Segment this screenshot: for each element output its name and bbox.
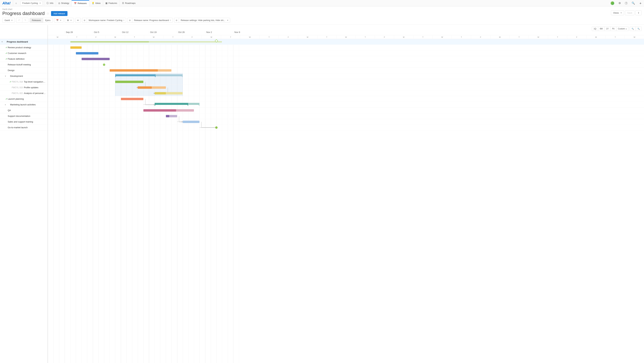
add-button[interactable]: ＋: [637, 0, 644, 6]
share-button[interactable]: ⇪: [636, 11, 642, 15]
redo-button[interactable]: ↷: [22, 18, 28, 23]
filter-button[interactable]: ▾: [76, 18, 80, 23]
nav-strategy[interactable]: ◎Strategy: [56, 0, 72, 6]
filter-settings[interactable]: ⊗ Release settings: Hide parking lots, H…: [174, 18, 230, 23]
logo: Aha!: [0, 1, 13, 5]
search-button[interactable]: 🔍: [630, 0, 637, 6]
nav-info[interactable]: ⓘInfo: [44, 0, 56, 6]
save-button: Save: [625, 11, 634, 15]
undo-icon: ↶: [18, 19, 20, 22]
nav-releases[interactable]: 📅Releases: [72, 0, 89, 6]
info-icon: ⓘ: [46, 2, 49, 5]
tab-epics[interactable]: Epics: [43, 18, 52, 23]
page-title: Progress dashboard: [2, 11, 45, 16]
calendar-icon: 📅: [56, 19, 58, 21]
calendar-icon: 📅: [74, 2, 76, 5]
filter-workspace[interactable]: ⊗ Workspace name: Fredwin Cycling▲▼: [82, 18, 126, 23]
workspace-dropdown[interactable]: Fredwin Cycling: [20, 1, 43, 6]
roadmap-icon: ☰: [122, 2, 124, 4]
avatar[interactable]: [608, 0, 616, 6]
breadcrumb[interactable]: Gantt chart: [2, 8, 642, 11]
grid-icon: ▦: [106, 2, 108, 4]
favorite-star-icon[interactable]: ☆: [46, 12, 49, 16]
filter-release[interactable]: ⊗ Release name: Progress dashboard▲▼: [128, 18, 173, 23]
nav-features[interactable]: ▦Features: [103, 0, 119, 6]
top-navigation: Aha! ⌂ Fredwin Cycling ⓘInfo ◎Strategy 📅…: [0, 0, 644, 7]
undo-button[interactable]: ↶: [16, 18, 22, 23]
home-icon: ⌂: [16, 2, 17, 4]
views-dropdown[interactable]: Views: [611, 11, 624, 15]
chevron-down-icon: [40, 3, 41, 4]
target-icon: ◎: [58, 2, 60, 4]
sort-icon: ▲▼: [123, 20, 124, 21]
sort-icon: ▲▼: [170, 20, 171, 21]
chevron-down-icon: [620, 13, 622, 13]
redo-icon: ↷: [24, 19, 26, 22]
gantt-dropdown[interactable]: Gantt: [2, 18, 14, 23]
add-release-button[interactable]: Add release: [51, 11, 67, 16]
nav-roadmaps[interactable]: ☰Roadmaps: [120, 0, 138, 6]
date-picker[interactable]: 📅: [54, 18, 63, 22]
home-button[interactable]: ⌂: [13, 0, 19, 6]
nav-ideas[interactable]: 💡Ideas: [89, 0, 103, 6]
remove-filter-icon[interactable]: ⊗: [128, 18, 132, 23]
remove-filter-icon[interactable]: ⊗: [174, 18, 179, 23]
chevron-down-icon: [70, 20, 72, 21]
toolbar: Gantt ↶ ↷ Releases Epics 📅 ⚙ ▾ ⊗ Workspa…: [0, 16, 644, 25]
gear-icon: ⚙: [618, 2, 621, 5]
chevron-down-icon: [60, 20, 61, 21]
chevron-down-icon: [227, 20, 228, 21]
help-icon: ?: [625, 2, 628, 5]
search-icon: 🔍: [632, 2, 635, 5]
share-icon: ⇪: [638, 12, 640, 14]
tab-releases[interactable]: Releases: [30, 18, 43, 23]
workspace-label: Fredwin Cycling: [22, 2, 38, 4]
funnel-icon: ▾: [78, 19, 78, 22]
settings-button[interactable]: ⚙: [616, 0, 623, 6]
bulb-icon: 💡: [92, 2, 94, 4]
settings-dropdown[interactable]: ⚙: [65, 18, 74, 23]
help-button[interactable]: ?: [623, 0, 630, 6]
views-row: Views Save ⇪: [611, 11, 642, 15]
plus-icon: ＋: [639, 1, 642, 5]
page-header: Gantt chart Progress dashboard ☆ Add rel…: [0, 7, 644, 16]
chevron-down-icon: [11, 20, 12, 21]
remove-filter-icon[interactable]: ⊗: [82, 18, 87, 23]
gear-icon: ⚙: [67, 19, 69, 22]
